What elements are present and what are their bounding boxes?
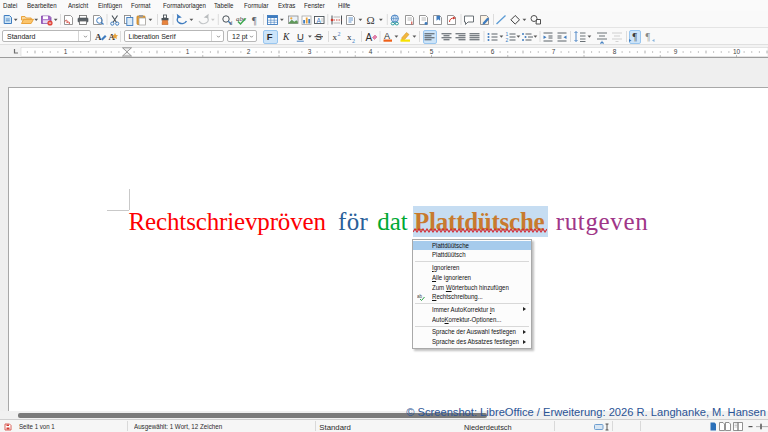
svg-text:6: 6	[491, 48, 495, 55]
svg-text:8: 8	[613, 48, 617, 55]
svg-text:2: 2	[506, 37, 509, 43]
svg-text:F: F	[267, 31, 273, 42]
svg-text:3: 3	[308, 48, 312, 55]
svg-text:5: 5	[430, 48, 434, 55]
svg-text:4: 4	[369, 48, 373, 55]
svg-text:9: 9	[674, 48, 678, 55]
svg-text:U: U	[297, 31, 304, 42]
svg-text:7: 7	[552, 48, 556, 55]
svg-text:2: 2	[247, 48, 251, 55]
svg-text:A: A	[317, 17, 322, 24]
svg-text:¶: ¶	[646, 31, 651, 42]
svg-text:A: A	[384, 31, 390, 41]
svg-text:2: 2	[352, 38, 355, 44]
svg-text:2: 2	[338, 31, 341, 37]
svg-text:1: 1	[64, 48, 68, 55]
svg-text:ab: ab	[417, 294, 423, 299]
svg-text:d: d	[230, 20, 233, 26]
svg-text:10: 10	[733, 48, 741, 55]
svg-text:¶: ¶	[252, 15, 257, 26]
svg-text:Ω: Ω	[367, 14, 375, 26]
svg-text:¶: ¶	[633, 31, 638, 42]
svg-text:A: A	[366, 32, 373, 43]
svg-text:1: 1	[186, 48, 190, 55]
svg-text:K: K	[282, 32, 290, 42]
svg-text:A: A	[95, 32, 102, 42]
